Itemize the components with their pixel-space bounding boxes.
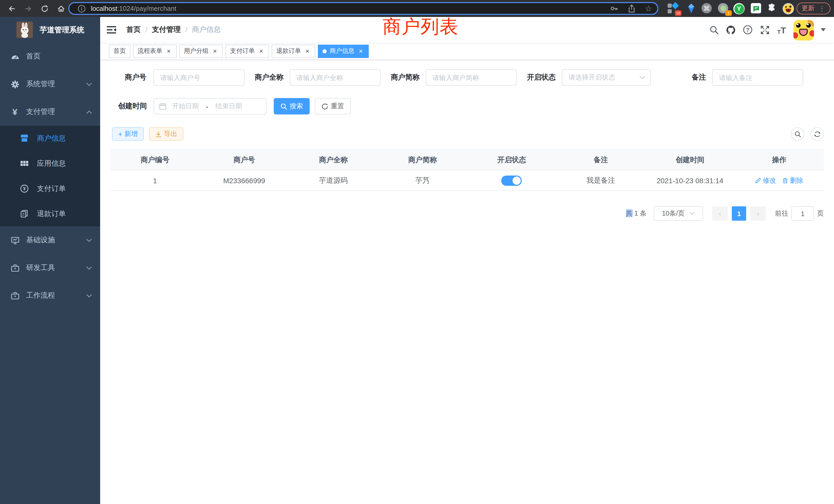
tags-view-bar: 首页 流程表单 × 用户分组 × 支付订单 × 退款订单 × (100, 43, 834, 60)
tab-pay-order[interactable]: 支付订单 × (225, 44, 269, 58)
user-avatar[interactable] (793, 20, 814, 40)
tab-close-icon[interactable]: × (212, 48, 218, 54)
tab-label: 商户信息 (330, 47, 354, 55)
sidebar-item-merchant-info[interactable]: 商户信息 (0, 126, 100, 151)
sidebar-item-system[interactable]: 系统管理 (0, 70, 100, 98)
url-path: :1024/pay/merchant (117, 5, 176, 12)
chevron-up-icon (86, 110, 92, 114)
create-time-range-picker[interactable]: 开始日期 - 结束日期 (154, 98, 266, 114)
short-name-input[interactable] (426, 69, 517, 86)
tab-home[interactable]: 首页 (109, 44, 130, 58)
sidebar-item-dev-tools[interactable]: 研发工具 (0, 254, 100, 282)
goto-suffix: 页 (817, 209, 824, 218)
chevron-down-icon (86, 83, 92, 86)
refresh-table-button[interactable] (810, 127, 824, 141)
tab-close-icon[interactable]: × (166, 48, 172, 54)
add-button[interactable]: + 新增 (112, 127, 144, 141)
browser-menu-icon[interactable]: ⋮ (818, 5, 825, 12)
tab-label: 流程表单 (138, 47, 162, 55)
sidebar-item-infrastructure[interactable]: 基础设施 (0, 226, 100, 254)
browser-home-button[interactable] (57, 4, 66, 13)
sidebar-item-refund-order[interactable]: 退款订单 (0, 201, 100, 226)
merchant-no-input[interactable] (154, 69, 244, 86)
sidebar-item-payment[interactable]: ¥ 支付管理 (0, 98, 100, 126)
fullscreen-icon[interactable] (760, 25, 770, 35)
extension-grid-icon[interactable]: 10 (667, 3, 678, 14)
search-button[interactable]: 搜索 (274, 98, 310, 114)
help-icon[interactable]: ? (743, 25, 753, 35)
next-page-button[interactable]: › (750, 206, 766, 221)
plus-icon: + (118, 130, 122, 138)
goto-page-input[interactable] (791, 206, 814, 221)
tab-refund-order[interactable]: 退款订单 × (272, 44, 315, 58)
export-button[interactable]: 导出 (149, 127, 183, 141)
col-header-short-name: 商户简称 (378, 155, 467, 164)
share-icon[interactable] (627, 4, 636, 13)
tab-close-icon[interactable]: × (304, 48, 311, 54)
edit-pencil-icon (755, 177, 761, 183)
remark-input[interactable] (712, 69, 803, 86)
search-button-label: 搜索 (290, 101, 303, 111)
browser-forward-button[interactable] (24, 4, 33, 13)
browser-back-button[interactable] (7, 4, 17, 13)
date-range-separator: - (206, 102, 208, 110)
pagination: 共 1 条 10条/页 ‹ 1 › 前往 页 (110, 206, 824, 221)
refresh-icon (322, 103, 328, 110)
reset-button[interactable]: 重置 (315, 98, 351, 114)
profile-avatar-icon[interactable] (783, 3, 793, 14)
tab-label: 支付订单 (230, 47, 255, 55)
tab-merchant-info[interactable]: 商户信息 × (318, 44, 369, 58)
merchant-table: 商户编号 商户号 商户全称 商户简称 开启状态 备注 创建时间 操作 1 M23… (110, 150, 824, 191)
github-icon[interactable] (726, 25, 736, 35)
breadcrumb-current: 商户信息 (192, 25, 221, 35)
extensions-puzzle-icon[interactable] (767, 3, 778, 14)
tab-process-form[interactable]: 流程表单 × (133, 44, 177, 58)
sidebar-item-pay-order[interactable]: ¥ 支付订单 (0, 176, 100, 201)
sidebar-item-workflow[interactable]: 工作流程 (0, 282, 100, 310)
sidebar-item-label: 首页 (26, 52, 41, 61)
sidebar-collapse-icon[interactable] (105, 23, 118, 37)
col-header-merchant-no: 商户号 (199, 155, 289, 164)
table-row: 1 M233666999 芋道源码 芋艿 我是备注 2021-10-23 08:… (110, 170, 824, 191)
password-key-icon[interactable] (609, 4, 618, 13)
extension-command-icon[interactable]: ⌘ (702, 3, 712, 14)
edit-link[interactable]: 修改 (755, 176, 776, 185)
browser-reload-button[interactable] (40, 4, 49, 13)
search-icon[interactable] (709, 25, 719, 35)
tab-close-icon[interactable]: × (357, 48, 364, 54)
page-size-select[interactable]: 10条/页 (654, 206, 703, 221)
table-header-row: 商户编号 商户号 商户全称 商户简称 开启状态 备注 创建时间 操作 (110, 150, 824, 170)
address-bar[interactable]: localhost:1024/pay/merchant ☆ (68, 2, 658, 15)
url-text[interactable]: localhost:1024/pay/merchant (91, 5, 176, 12)
browser-update-button[interactable]: 更新 ⋮ (796, 3, 830, 14)
full-name-input[interactable] (290, 69, 380, 86)
extension-gem-icon[interactable] (686, 3, 697, 14)
font-size-icon[interactable]: TT (776, 25, 787, 35)
bookmark-star-icon[interactable]: ☆ (645, 4, 652, 13)
tab-close-icon[interactable]: × (258, 48, 264, 54)
dashboard-icon (10, 52, 20, 61)
current-page-button[interactable]: 1 (732, 206, 746, 221)
breadcrumb-payment[interactable]: 支付管理 (152, 25, 181, 35)
gear-icon (10, 79, 20, 89)
chevron-down-icon (86, 238, 92, 242)
chevron-down-icon (639, 76, 645, 79)
breadcrumb-home[interactable]: 首页 (126, 25, 141, 35)
site-info-icon[interactable] (78, 4, 86, 13)
avatar-dropdown-caret[interactable] (821, 28, 826, 31)
sidebar-item-app-info[interactable]: 应用信息 (0, 151, 100, 176)
page-title-annotation: 商户列表 (382, 14, 459, 40)
status-toggle[interactable] (502, 175, 522, 186)
show-search-button[interactable] (791, 127, 804, 141)
app-logo[interactable]: 芋道管理系统 (0, 17, 100, 43)
prev-page-button[interactable]: ‹ (712, 206, 728, 221)
tab-user-group[interactable]: 用户分组 × (179, 44, 223, 58)
cell-id: 1 (110, 176, 199, 184)
sidebar-item-home[interactable]: 首页 (0, 43, 100, 70)
col-header-actions: 操作 (734, 155, 824, 164)
extension-chat-icon[interactable] (751, 3, 762, 14)
extension-y-icon[interactable]: Y (733, 3, 744, 14)
status-select[interactable]: 请选择开启状态 (562, 69, 651, 86)
delete-link[interactable]: 删除 (782, 176, 803, 185)
extension-avatar-icon[interactable]: 1 (718, 3, 729, 14)
